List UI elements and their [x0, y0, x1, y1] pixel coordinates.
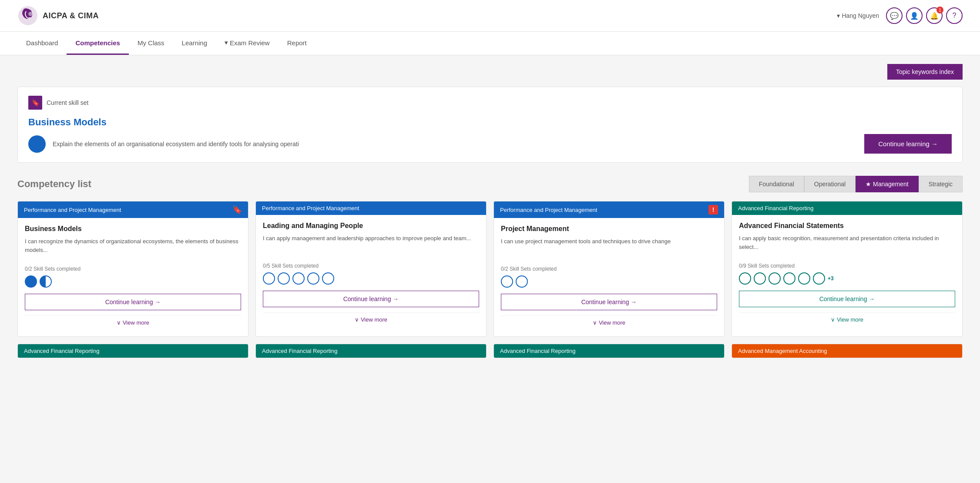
topic-keywords-area: Topic keywords index: [17, 64, 963, 87]
card-view-more-2[interactable]: ∨ View more: [263, 312, 479, 326]
dot-plus-label: +3: [828, 275, 834, 282]
card-continue-btn-2[interactable]: Continue learning →: [263, 291, 479, 307]
chevron-down-icon-1: ∨: [117, 319, 121, 326]
filter-tab-operational[interactable]: Operational: [804, 176, 856, 192]
dot-2-3: [292, 272, 305, 285]
notification-icon-button[interactable]: 🔔: [926, 7, 943, 24]
user-name: ▾ Hang Nguyen: [837, 12, 879, 19]
chevron-down-icon: ▾: [225, 39, 228, 47]
topic-keywords-button[interactable]: Topic keywords index: [887, 64, 963, 80]
current-skill-continue-button[interactable]: Continue learning →: [864, 134, 952, 154]
filter-tab-foundational[interactable]: Foundational: [749, 176, 804, 192]
card-body-4: Advanced Financial Statements I can appl…: [732, 215, 962, 333]
competency-list-title: Competency list: [17, 178, 91, 190]
bottom-card-category-2: Advanced Financial Reporting: [256, 344, 486, 358]
dot-4-3: [769, 272, 781, 285]
card-category-1: Performance and Project Management 🔖: [18, 201, 248, 218]
nav-report[interactable]: Report: [279, 32, 315, 55]
card-continue-btn-3[interactable]: Continue learning →: [501, 294, 717, 310]
card-view-more-4[interactable]: ∨ View more: [739, 312, 955, 326]
bottom-card-category-4: Advanced Management Accounting: [732, 344, 962, 358]
skill-dots-3: [501, 275, 717, 288]
exclamation-badge-icon: !: [708, 205, 718, 215]
bottom-cards-grid: Advanced Financial Reporting Advanced Fi…: [17, 344, 963, 358]
nav-myclass[interactable]: My Class: [129, 32, 173, 55]
dot-4-1: [739, 272, 751, 285]
logo-area: AICPA & CIMA: [17, 5, 99, 26]
card-desc-3: I can use project management tools and t…: [501, 237, 717, 260]
card-title-3: Project Management: [501, 225, 717, 233]
nav-examreview[interactable]: ▾ Exam Review: [216, 32, 279, 55]
nav-learning[interactable]: Learning: [173, 32, 216, 55]
bookmark-icon-box: 🔖: [28, 96, 42, 110]
chevron-down-icon-2: ∨: [355, 316, 359, 323]
card-title-2: Leading and Managing People: [263, 222, 479, 230]
bottom-card-category-3: Advanced Financial Reporting: [494, 344, 724, 358]
card-continue-btn-1[interactable]: Continue learning →: [25, 294, 241, 310]
header: AICPA & CIMA ▾ Hang Nguyen 💬 👤 🔔 ?: [0, 0, 980, 32]
profile-icon-button[interactable]: 👤: [906, 7, 923, 24]
help-icon-button[interactable]: ?: [946, 7, 963, 24]
dot-3-2: [516, 275, 528, 288]
header-right: ▾ Hang Nguyen 💬 👤 🔔 ?: [837, 7, 963, 24]
card-desc-1: I can recognize the dynamics of organiza…: [25, 237, 241, 260]
competency-cards-grid: Performance and Project Management 🔖 Bus…: [17, 201, 963, 337]
bottom-card-category-1: Advanced Financial Reporting: [18, 344, 248, 358]
card-body-2: Leading and Managing People I can apply …: [256, 215, 486, 333]
bell-icon: 🔔: [930, 12, 939, 20]
card-desc-4: I can apply basic recognition, measureme…: [739, 234, 955, 257]
logo-text: AICPA & CIMA: [43, 11, 99, 20]
main-content: Topic keywords index 🔖 Current skill set…: [0, 55, 980, 367]
main-nav: Dashboard Competencies My Class Learning…: [0, 32, 980, 55]
dot-4-4: [783, 272, 795, 285]
card-title-4: Advanced Financial Statements: [739, 222, 955, 230]
skill-sets-label-3: 0/2 Skill Sets completed: [501, 266, 717, 272]
card-view-more-3[interactable]: ∨ View more: [501, 315, 717, 329]
card-body-3: Project Management I can use project man…: [494, 218, 724, 336]
competency-filter-tabs: Foundational Operational ★ Management St…: [749, 176, 963, 192]
skill-sets-label-2: 0/5 Skill Sets completed: [263, 263, 479, 269]
nav-competencies[interactable]: Competencies: [67, 32, 129, 55]
current-skill-header: 🔖 Current skill set: [28, 96, 952, 110]
dot-4-5: [798, 272, 810, 285]
card-desc-2: I can apply management and leadership ap…: [263, 234, 479, 257]
dot-4-2: [754, 272, 766, 285]
skill-dots-4: +3: [739, 272, 955, 285]
dot-3-1: [501, 275, 513, 288]
chevron-down-icon-4: ∨: [831, 316, 835, 323]
card-leading-people: Performance and Project Management Leadi…: [255, 201, 487, 337]
card-continue-btn-4[interactable]: Continue learning →: [739, 291, 955, 307]
skill-sets-label-1: 0/2 Skill Sets completed: [25, 266, 241, 272]
filter-tab-strategic[interactable]: Strategic: [919, 176, 963, 192]
chat-icon-button[interactable]: 💬: [886, 7, 903, 24]
nav-dashboard[interactable]: Dashboard: [17, 32, 67, 55]
current-skill-label: Current skill set: [47, 99, 88, 106]
card-business-models: Performance and Project Management 🔖 Bus…: [17, 201, 248, 337]
profile-icon: 👤: [910, 12, 919, 20]
filter-tab-management[interactable]: ★ Management: [856, 176, 919, 192]
card-project-management: Performance and Project Management ! Pro…: [493, 201, 725, 337]
star-icon: ★: [866, 181, 873, 188]
dot-1-2: [40, 275, 52, 288]
chat-icon: 💬: [890, 12, 899, 20]
skill-dots-1: [25, 275, 241, 288]
dot-4-6: [813, 272, 825, 285]
bookmark-icon: 🔖: [32, 99, 39, 106]
header-icons: 💬 👤 🔔 ?: [886, 7, 963, 24]
skill-description: Explain the elements of an organisationa…: [53, 141, 857, 148]
card-category-2: Performance and Project Management: [256, 201, 486, 215]
dot-1-1: [25, 275, 37, 288]
aicpa-logo-icon: [17, 5, 38, 26]
bottom-card-4: Advanced Management Accounting: [732, 344, 963, 358]
bottom-card-2: Advanced Financial Reporting: [255, 344, 487, 358]
dot-2-5: [322, 272, 334, 285]
card-view-more-1[interactable]: ∨ View more: [25, 315, 241, 329]
card-bookmark-icon: 🔖: [232, 205, 242, 215]
dot-2-1: [263, 272, 275, 285]
help-icon: ?: [953, 12, 957, 20]
skill-progress-circle: [28, 135, 46, 153]
card-category-4: Advanced Financial Reporting: [732, 201, 962, 215]
svg-point-1: [28, 12, 33, 16]
card-advanced-financial: Advanced Financial Reporting Advanced Fi…: [732, 201, 963, 337]
bottom-card-1: Advanced Financial Reporting: [17, 344, 248, 358]
